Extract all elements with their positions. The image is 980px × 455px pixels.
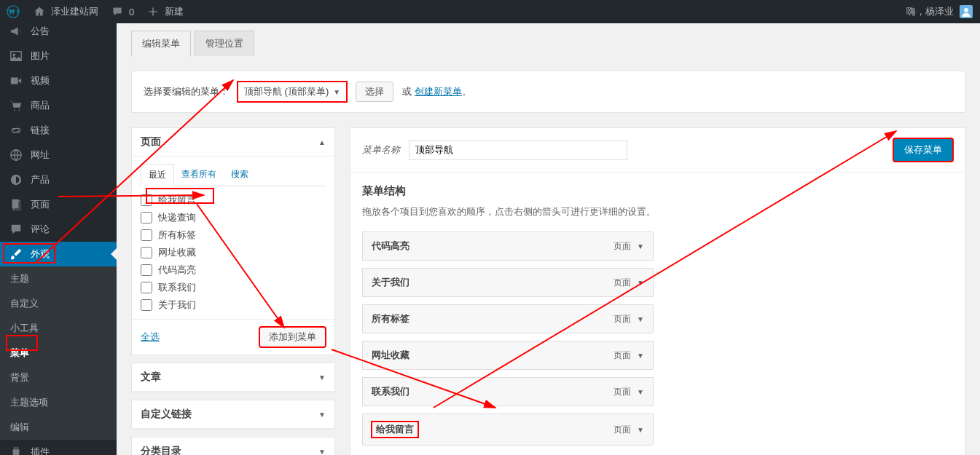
submenu-menus[interactable]: 菜单 — [0, 341, 117, 365]
custom-links-metabox: 自定义链接 ▼ — [131, 400, 335, 430]
select-label: 选择要编辑的菜单： — [144, 85, 229, 98]
menu-item-handle[interactable]: 代码高亮页面▼ — [362, 232, 654, 261]
submenu-background[interactable]: 背景 — [0, 365, 117, 390]
menu-name-input[interactable] — [409, 141, 627, 160]
wordpress-icon — [6, 4, 20, 19]
chevron-down-icon: ▼ — [333, 88, 340, 96]
nav-tabs: 编辑菜单 管理位置 — [131, 31, 965, 56]
sidebar-item-plugins[interactable]: 插件 — [0, 440, 117, 455]
wp-logo[interactable] — [0, 0, 26, 23]
menu-name-label: 菜单名称 — [362, 143, 400, 157]
page-checkbox-item[interactable]: 联系我们 — [141, 281, 326, 294]
posts-title: 文章 — [141, 371, 161, 384]
menu-select-dropdown[interactable]: 顶部导航 (顶部菜单) ▼ — [238, 82, 347, 102]
menu-item-handle[interactable]: 网址收藏页面▼ — [362, 341, 654, 370]
chevron-down-icon: ▼ — [637, 242, 644, 250]
appearance-submenu: 主题 自定义 小工具 菜单 背景 主题选项 编辑 — [0, 266, 117, 440]
chevron-down-icon: ▼ — [318, 411, 326, 419]
pages-sub-tabs: 最近 查看所有 搜索 — [141, 164, 326, 186]
page-checkbox-item[interactable]: 网址收藏 — [141, 246, 326, 259]
menu-edit-panel: 菜单名称 保存菜单 菜单结构 拖放各个项目到您喜欢的顺序，点击右侧的箭头可进行更… — [350, 127, 965, 455]
sidebar-item-comments[interactable]: 评论 — [0, 217, 117, 242]
sidebar-item-label: 插件 — [31, 446, 50, 455]
page-icon — [9, 197, 23, 212]
sidebar-item-product[interactable]: 商品 — [0, 93, 117, 118]
new-label: 新建 — [165, 5, 184, 18]
page-checkbox-item[interactable]: 给我留言 — [141, 194, 326, 207]
sidebar-item-image[interactable]: 图片 — [0, 44, 117, 68]
sidebar-item-products[interactable]: 产品 — [0, 167, 117, 192]
categories-header[interactable]: 分类目录 ▼ — [132, 438, 334, 455]
sidebar-item-label: 外观 — [31, 248, 50, 261]
sidebar-item-pages[interactable]: 页面 — [0, 192, 117, 217]
new-content-link[interactable]: 新建 — [140, 0, 189, 23]
checkbox[interactable] — [141, 282, 152, 293]
sidebar-item-label: 商品 — [31, 99, 50, 112]
menu-item-handle[interactable]: 所有标签页面▼ — [362, 304, 654, 333]
link-icon — [9, 123, 23, 138]
select-all-link[interactable]: 全选 — [141, 331, 160, 344]
chevron-down-icon: ▼ — [318, 448, 326, 456]
submenu-widgets[interactable]: 小工具 — [0, 316, 117, 341]
page-checkbox-item[interactable]: 关于我们 — [141, 298, 326, 312]
chevron-down-icon: ▼ — [318, 373, 326, 381]
posts-metabox: 文章 ▼ — [131, 363, 335, 392]
checkbox[interactable] — [141, 299, 152, 311]
checkbox[interactable] — [141, 194, 152, 206]
posts-metabox-header[interactable]: 文章 ▼ — [132, 363, 334, 392]
tab-edit-menu[interactable]: 编辑菜单 — [131, 31, 191, 57]
sidebar-item-appearance[interactable]: 外观 — [0, 242, 117, 266]
pages-metabox-header[interactable]: 页面 ▲ — [132, 128, 334, 157]
menu-item-handle[interactable]: 关于我们页面▼ — [362, 268, 654, 297]
save-menu-button[interactable]: 保存菜单 — [893, 138, 953, 162]
chevron-down-icon: ▼ — [637, 315, 644, 323]
page-label: 给我留言 — [158, 194, 196, 207]
page-checkbox-item[interactable]: 所有标签 — [141, 229, 326, 242]
sidebar-item-url[interactable]: 网址 — [0, 143, 117, 167]
site-name-link[interactable]: 泽业建站网 — [26, 0, 104, 23]
custom-links-title: 自定义链接 — [141, 408, 192, 421]
sidebar-item-label: 图片 — [31, 50, 50, 63]
comments-link[interactable]: 0 — [104, 0, 140, 23]
sidebar-item-label: 网址 — [31, 149, 50, 162]
sidebar-item-label: 公告 — [31, 25, 50, 38]
page-checkbox-item[interactable]: 快递查询 — [141, 211, 326, 224]
categories-title: 分类目录 — [141, 445, 181, 455]
menu-item-handle[interactable]: 给我留言页面▼ — [362, 414, 654, 446]
page-checkbox-item[interactable]: 代码高亮 — [141, 264, 326, 277]
svg-rect-4 — [11, 78, 18, 84]
submenu-editor[interactable]: 编辑 — [0, 415, 117, 440]
checkbox[interactable] — [141, 212, 152, 223]
avatar — [960, 5, 973, 18]
create-menu-link[interactable]: 创建新菜单 — [415, 86, 462, 97]
chevron-down-icon: ▼ — [637, 388, 644, 396]
tab-recent[interactable]: 最近 — [141, 164, 174, 186]
video-icon — [9, 74, 23, 88]
megaphone-icon — [9, 24, 23, 39]
custom-links-header[interactable]: 自定义链接 ▼ — [132, 400, 334, 429]
menu-item-handle[interactable]: 联系我们页面▼ — [362, 377, 654, 406]
sidebar-item-label: 评论 — [31, 223, 50, 236]
select-button[interactable]: 选择 — [356, 82, 393, 102]
sidebar-item-video[interactable]: 视频 — [0, 68, 117, 93]
add-to-menu-button[interactable]: 添加到菜单 — [259, 327, 326, 347]
checkbox[interactable] — [141, 247, 152, 258]
submenu-themes[interactable]: 主题 — [0, 266, 117, 291]
checkbox[interactable] — [141, 229, 152, 241]
sidebar-item-links[interactable]: 链接 — [0, 118, 117, 143]
checkbox[interactable] — [141, 264, 152, 276]
submenu-customize[interactable]: 自定义 — [0, 291, 117, 316]
greeting-label: 嗨，杨泽业 — [906, 5, 954, 18]
chevron-up-icon: ▲ — [318, 138, 326, 146]
page-label: 快递查询 — [158, 211, 196, 224]
sidebar-item-label: 链接 — [31, 124, 50, 137]
admin-sidebar: 公告 图片 视频 商品 链接 网址 产品 页面 评论 外观 主题 自定义 小工具… — [0, 23, 117, 455]
user-account[interactable]: 嗨，杨泽业 — [899, 5, 980, 18]
tab-view-all[interactable]: 查看所有 — [174, 164, 224, 186]
submenu-theme-options[interactable]: 主题选项 — [0, 390, 117, 415]
site-name-label: 泽业建站网 — [51, 5, 98, 18]
menu-select-panel: 选择要编辑的菜单： 顶部导航 (顶部菜单) ▼ 选择 或 创建新菜单。 — [131, 71, 965, 113]
tab-manage-locations[interactable]: 管理位置 — [195, 31, 254, 56]
menu-items-list: 代码高亮页面▼ 关于我们页面▼ 所有标签页面▼ 网址收藏页面▼ 联系我们页面▼ … — [362, 232, 654, 446]
tab-search[interactable]: 搜索 — [224, 164, 256, 186]
